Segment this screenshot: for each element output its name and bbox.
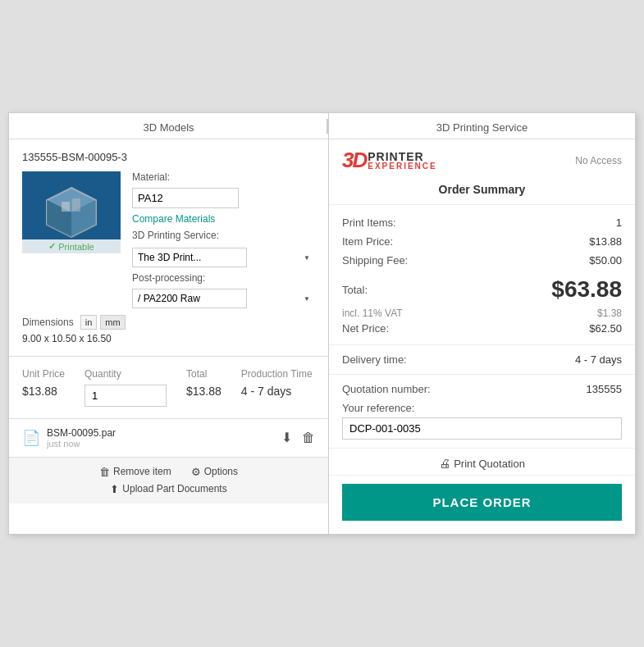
compare-materials-link[interactable]: Compare Materials bbox=[132, 213, 315, 225]
shipping-label: Shipping Fee: bbox=[342, 254, 408, 267]
vat-value: $1.38 bbox=[597, 308, 622, 319]
print-quotation-button[interactable]: 🖨 Print Quotation bbox=[439, 457, 525, 470]
unit-price-label: Unit Price bbox=[22, 368, 65, 380]
dim-mm-button[interactable]: mm bbox=[100, 315, 125, 330]
postprocess-select[interactable]: / PA2200 Raw bbox=[132, 289, 247, 308]
file-section: 📄 BSM-00095.par just now ⬇ 🗑 bbox=[9, 419, 328, 458]
upload-icon: ⬆ bbox=[110, 483, 119, 495]
file-details: BSM-00095.par just now bbox=[47, 427, 116, 449]
vat-label: incl. 11% VAT bbox=[342, 308, 403, 319]
print-section: 🖨 Print Quotation bbox=[329, 449, 635, 476]
total-value: $13.88 bbox=[186, 385, 222, 398]
quantity-input[interactable] bbox=[84, 385, 167, 407]
gear-icon: ⚙ bbox=[191, 466, 201, 478]
download-file-button[interactable]: ⬇ bbox=[281, 430, 292, 445]
item-price-row: Item Price: $13.88 bbox=[342, 232, 622, 251]
remove-item-button[interactable]: 🗑 Remove item bbox=[99, 466, 171, 478]
summary-section: Print Items: 1 Item Price: $13.88 Shippi… bbox=[329, 205, 635, 345]
unit-price-col: Unit Price $13.88 bbox=[22, 368, 65, 407]
trash-icon: 🗑 bbox=[99, 466, 110, 478]
total-summary-label: Total: bbox=[342, 284, 368, 296]
dim-in-button[interactable]: in bbox=[80, 315, 98, 330]
place-order-section: PLACE ORDER bbox=[329, 476, 635, 534]
bottom-row-1: 🗑 Remove item ⚙ Options bbox=[22, 466, 315, 478]
file-icon: 📄 bbox=[22, 429, 40, 447]
options-button[interactable]: ⚙ Options bbox=[191, 466, 238, 478]
item-controls: Material: Compare Materials 3D Printing … bbox=[132, 171, 315, 308]
bottom-row-2: ⬆ Upload Part Documents bbox=[22, 483, 315, 495]
quotation-value: 135555 bbox=[587, 383, 622, 395]
print-items-row: Print Items: 1 bbox=[342, 213, 622, 232]
net-label: Net Price: bbox=[342, 322, 389, 335]
no-access-label: No Access bbox=[575, 155, 622, 166]
postprocess-select-wrapper: / PA2200 Raw bbox=[132, 289, 315, 308]
right-panel-header: 3D Printing Service bbox=[329, 113, 635, 139]
quantity-label: Quantity bbox=[84, 368, 167, 380]
dimensions-value: 9.00 x 10.50 x 16.50 bbox=[22, 333, 315, 344]
production-label: Production Time bbox=[241, 368, 313, 380]
shipping-value: $50.00 bbox=[589, 254, 622, 267]
delivery-row: Delivery time: 4 - 7 days bbox=[342, 353, 622, 366]
quotation-label: Quotation number: bbox=[342, 383, 431, 395]
net-row: Net Price: $62.50 bbox=[342, 321, 622, 336]
model-thumbnail: ✓ Printable bbox=[22, 171, 121, 253]
net-value: $62.50 bbox=[589, 322, 622, 335]
svg-rect-4 bbox=[62, 202, 70, 212]
quotation-section: Quotation number: 135555 Your reference: bbox=[329, 375, 635, 449]
logo-printer-text: PRINTER bbox=[368, 151, 436, 162]
brand-row: 3D PRINTER EXPERIENCE No Access bbox=[329, 139, 635, 178]
material-input[interactable] bbox=[132, 188, 239, 208]
check-icon: ✓ bbox=[48, 241, 56, 252]
pricing-section: Unit Price $13.88 Quantity Total $13.88 … bbox=[9, 357, 328, 419]
dimensions-label: Dimensions bbox=[22, 317, 74, 328]
reference-input[interactable] bbox=[342, 417, 622, 440]
postprocess-label: Post-processing: bbox=[132, 272, 315, 284]
print-items-label: Print Items: bbox=[342, 216, 396, 229]
logo-3d: 3D bbox=[342, 148, 366, 173]
dim-buttons: in mm bbox=[80, 315, 126, 330]
service-select[interactable]: The 3D Print... bbox=[132, 248, 247, 267]
unit-price-value: $13.88 bbox=[22, 385, 65, 398]
printer-icon: 🖨 bbox=[439, 457, 450, 470]
item-section: 135555-BSM-00095-3 ✓ Pr bbox=[9, 139, 328, 357]
delivery-section: Delivery time: 4 - 7 days bbox=[329, 345, 635, 375]
place-order-button[interactable]: PLACE ORDER bbox=[342, 484, 622, 521]
total-label: Total bbox=[186, 368, 222, 380]
item-price-label: Item Price: bbox=[342, 235, 393, 248]
order-summary-title: Order Summary bbox=[329, 178, 635, 205]
material-label: Material: bbox=[132, 171, 315, 183]
brand-logo: 3D PRINTER EXPERIENCE bbox=[342, 148, 437, 173]
service-select-wrapper: The 3D Print... bbox=[132, 248, 315, 267]
item-id: 135555-BSM-00095-3 bbox=[22, 151, 315, 163]
delete-file-button[interactable]: 🗑 bbox=[302, 430, 315, 445]
logo-experience-text: EXPERIENCE bbox=[368, 162, 436, 171]
item-price-value: $13.88 bbox=[589, 235, 622, 248]
print-items-value: 1 bbox=[616, 216, 622, 229]
shipping-row: Shipping Fee: $50.00 bbox=[342, 251, 622, 270]
item-top-row: ✓ Printable Material: Compare Materials … bbox=[22, 171, 315, 308]
quantity-col: Quantity bbox=[84, 368, 167, 407]
quotation-row: Quotation number: 135555 bbox=[342, 383, 622, 395]
dimensions-row: Dimensions in mm bbox=[22, 315, 315, 330]
production-col: Production Time 4 - 7 days bbox=[241, 368, 313, 407]
right-panel: 3D Printing Service 3D PRINTER EXPERIENC… bbox=[329, 113, 635, 534]
reference-label: Your reference: bbox=[342, 402, 622, 414]
vat-row: incl. 11% VAT $1.38 bbox=[342, 306, 622, 321]
production-value: 4 - 7 days bbox=[241, 385, 313, 398]
file-time: just now bbox=[47, 439, 116, 449]
printable-badge: ✓ Printable bbox=[22, 239, 121, 253]
bottom-actions: 🗑 Remove item ⚙ Options ⬆ Upload Part Do… bbox=[9, 458, 328, 503]
left-panel-header: 3D Models bbox=[9, 113, 328, 139]
upload-documents-button[interactable]: ⬆ Upload Part Documents bbox=[110, 483, 226, 495]
file-actions: ⬇ 🗑 bbox=[281, 430, 315, 445]
total-row: Total: $63.88 bbox=[342, 270, 622, 306]
service-label: 3D Printing Service: bbox=[132, 230, 315, 243]
svg-rect-5 bbox=[72, 198, 80, 212]
total-col: Total $13.88 bbox=[186, 368, 222, 407]
logo-text: PRINTER EXPERIENCE bbox=[368, 151, 436, 171]
file-info: 📄 BSM-00095.par just now bbox=[22, 427, 116, 449]
file-name: BSM-00095.par bbox=[47, 427, 116, 439]
total-summary-value: $63.88 bbox=[551, 276, 622, 303]
delivery-label: Delivery time: bbox=[342, 353, 407, 366]
delivery-value: 4 - 7 days bbox=[575, 353, 622, 366]
